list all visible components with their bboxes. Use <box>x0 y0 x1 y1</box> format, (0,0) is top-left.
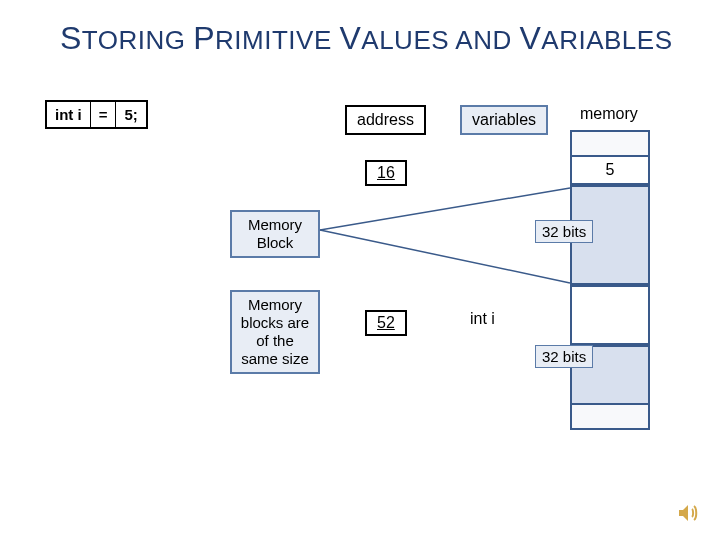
code-decl: int i <box>47 102 91 127</box>
header-address: address <box>345 105 426 135</box>
address-16: 16 <box>365 160 407 186</box>
label-32bits-2: 32 bits <box>535 345 593 368</box>
variable-int-i: int i <box>470 310 495 328</box>
header-memory: memory <box>580 105 638 123</box>
memory-cell-mid <box>570 285 650 345</box>
label-memory-block: Memory Block <box>230 210 320 258</box>
label-32bits-1: 32 bits <box>535 220 593 243</box>
address-52: 52 <box>365 310 407 336</box>
audio-icon <box>676 501 700 525</box>
code-eq: = <box>91 102 117 127</box>
label-memory-size: Memory blocks are of the same size <box>230 290 320 374</box>
memory-cell-5: 5 <box>570 155 650 185</box>
header-variables: variables <box>460 105 548 135</box>
svg-line-0 <box>320 188 570 230</box>
slide-title: STORING PRIMITIVE VALUES AND VARIABLES <box>60 20 673 57</box>
code-val: 5; <box>116 102 145 127</box>
code-declaration: int i = 5; <box>45 100 148 129</box>
svg-line-1 <box>320 230 570 283</box>
